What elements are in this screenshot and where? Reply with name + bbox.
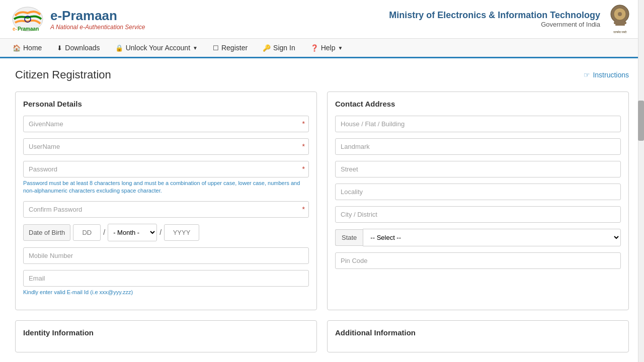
- password-input[interactable]: [23, 161, 309, 177]
- landmark-input[interactable]: [335, 138, 621, 155]
- signin-icon: 🔑: [263, 44, 271, 52]
- nav-home-label: Home: [23, 44, 42, 52]
- svg-point-6: [618, 12, 622, 16]
- unlock-dropdown-icon: ▼: [193, 45, 198, 51]
- svg-text:e-: e-: [13, 26, 17, 32]
- instructions-link[interactable]: ☞ Instructions: [584, 71, 629, 79]
- street-group: [335, 161, 621, 177]
- identity-title: Identity Information: [23, 328, 309, 337]
- page-title: Citizen Registration: [15, 68, 111, 81]
- govt-text: Ministry of Electronics & Information Te…: [389, 10, 600, 28]
- nav-downloads[interactable]: ⬇ Downloads: [49, 39, 107, 57]
- contact-address-title: Contact Address: [335, 100, 621, 108]
- locality-input[interactable]: [335, 184, 621, 200]
- mobile-input[interactable]: [23, 247, 309, 264]
- nav-signin[interactable]: 🔑 Sign In: [255, 39, 303, 57]
- contact-address-section: Contact Address State: [327, 92, 629, 310]
- form-row-main: Personal Details * * * Password must be …: [15, 92, 629, 310]
- pin-code-input[interactable]: [335, 252, 621, 269]
- logo-area: e- Pramaan e-Pramaan A National e-Authen…: [10, 6, 145, 33]
- govt-area: Ministry of Electronics & Information Te…: [389, 4, 634, 34]
- nav-unlock[interactable]: 🔒 Unlock Your Account ▼: [108, 39, 205, 57]
- nav-help-label: Help: [321, 44, 336, 52]
- brand-text: e-Pramaan A National e-Authentication Se…: [50, 8, 145, 31]
- landmark-group: [335, 138, 621, 155]
- username-required: *: [302, 142, 305, 150]
- help-icon: ❓: [310, 44, 318, 52]
- home-icon: 🏠: [13, 44, 21, 52]
- header: e- Pramaan e-Pramaan A National e-Authen…: [0, 0, 644, 39]
- downloads-icon: ⬇: [57, 44, 62, 52]
- pin-code-group: [335, 252, 621, 269]
- govt-name: Government of India: [389, 21, 600, 28]
- nav-signin-label: Sign In: [273, 44, 295, 52]
- additional-section: Additional Information: [327, 320, 629, 352]
- dob-label: Date of Birth: [23, 224, 70, 241]
- svg-rect-7: [614, 22, 626, 24]
- confirm-password-required: *: [302, 205, 305, 213]
- given-name-group: *: [23, 116, 309, 132]
- email-group: Kindly enter valid E-mail Id (i.e xxx@yy…: [23, 270, 309, 296]
- username-input[interactable]: [23, 138, 309, 155]
- city-district-group: [335, 206, 621, 223]
- nav-unlock-label: Unlock Your Account: [126, 44, 190, 52]
- dob-sep-1: /: [103, 228, 105, 236]
- state-row: State -- Select -- Andhra Pradesh Delhi …: [335, 229, 621, 246]
- given-name-input[interactable]: [23, 116, 309, 132]
- dob-year-input[interactable]: [164, 224, 199, 241]
- register-icon: ☐: [213, 44, 219, 52]
- nav-register-label: Register: [221, 44, 248, 52]
- brand-tagline: A National e-Authentication Service: [50, 24, 145, 31]
- page-header: Citizen Registration ☞ Instructions: [15, 68, 629, 81]
- dob-day-input[interactable]: [73, 224, 101, 241]
- password-required: *: [302, 165, 305, 173]
- brand-name: e-Pramaan: [50, 8, 145, 24]
- svg-text:सत्यमेव जयते: सत्यमेव जयते: [613, 30, 627, 34]
- personal-details-section: Personal Details * * * Password must be …: [15, 92, 317, 310]
- confirm-password-group: *: [23, 201, 309, 218]
- personal-details-title: Personal Details: [23, 100, 309, 108]
- dob-month-select[interactable]: - Month - January February March April M…: [108, 224, 157, 241]
- instructions-finger-icon: ☞: [584, 71, 590, 79]
- scrollbar-thumb[interactable]: [638, 101, 644, 141]
- confirm-password-input[interactable]: [23, 201, 309, 218]
- nav-home[interactable]: 🏠 Home: [5, 39, 49, 57]
- main-content: Citizen Registration ☞ Instructions Pers…: [0, 58, 644, 362]
- ministry-name: Ministry of Electronics & Information Te…: [389, 10, 600, 21]
- instructions-label: Instructions: [593, 71, 629, 79]
- email-hint: Kindly enter valid E-mail Id (i.e xxx@yy…: [23, 289, 309, 296]
- additional-title: Additional Information: [335, 328, 621, 337]
- password-hint: Password must be at least 8 characters l…: [23, 179, 309, 195]
- svg-text:Pramaan: Pramaan: [18, 26, 39, 32]
- password-group: * Password must be at least 8 characters…: [23, 161, 309, 195]
- locality-group: [335, 184, 621, 200]
- nav-register[interactable]: ☐ Register: [205, 39, 255, 57]
- given-name-required: *: [302, 120, 305, 128]
- nav-downloads-label: Downloads: [65, 44, 100, 52]
- navbar: 🏠 Home ⬇ Downloads 🔒 Unlock Your Account…: [0, 39, 644, 58]
- svg-rect-8: [615, 24, 625, 26]
- city-district-input[interactable]: [335, 206, 621, 223]
- house-flat-input[interactable]: [335, 116, 621, 132]
- house-flat-group: [335, 116, 621, 132]
- dob-row: Date of Birth / - Month - January Februa…: [23, 224, 309, 241]
- state-label: State: [335, 229, 363, 246]
- govt-emblem: सत्यमेव जयते: [606, 4, 634, 34]
- scrollbar[interactable]: [638, 0, 644, 362]
- nav-help[interactable]: ❓ Help ▼: [303, 39, 351, 57]
- state-select[interactable]: -- Select -- Andhra Pradesh Delhi Goa Gu…: [363, 229, 621, 246]
- email-input[interactable]: [23, 270, 309, 287]
- dob-sep-2: /: [159, 228, 162, 236]
- lock-icon: 🔒: [115, 44, 123, 52]
- username-group: *: [23, 138, 309, 155]
- identity-section: Identity Information: [15, 320, 317, 352]
- street-input[interactable]: [335, 161, 621, 177]
- brand-logo: e- Pramaan: [10, 6, 45, 33]
- help-dropdown-icon: ▼: [338, 45, 343, 51]
- bottom-sections: Identity Information Additional Informat…: [15, 320, 629, 352]
- mobile-group: [23, 247, 309, 264]
